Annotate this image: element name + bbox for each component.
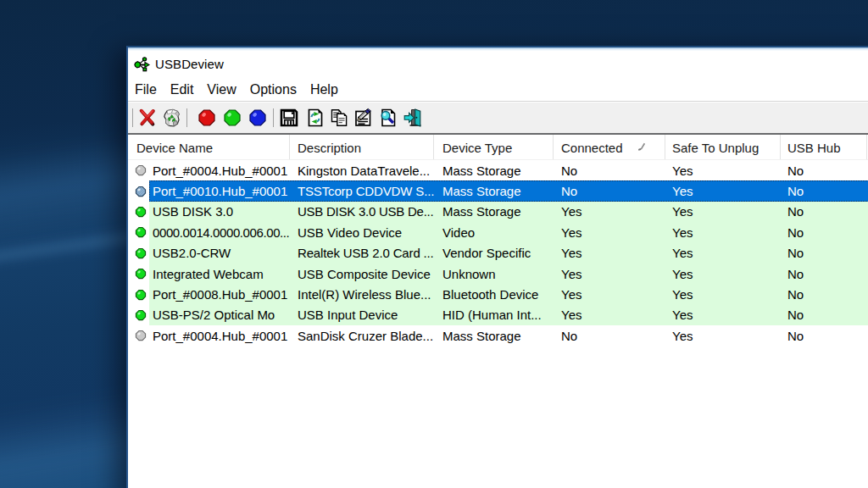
recycle-bin-button[interactable]	[159, 105, 184, 130]
device-row[interactable]: Integrated Webcam USB Composite Device U…	[128, 263, 868, 284]
cell-usb-hub: No	[781, 222, 868, 242]
cell-usb-hub: No	[781, 305, 868, 325]
column-header-safe-to-unplug[interactable]: Safe To Unplug	[665, 135, 781, 160]
cell-safe-to-unplug: Yes	[665, 160, 781, 180]
cell-safe-to-unplug: Yes	[665, 243, 781, 263]
column-header-description[interactable]: Description	[290, 135, 434, 160]
column-header-connected[interactable]: Connected	[554, 135, 665, 160]
device-state-icon	[128, 222, 149, 242]
device-state-icon	[128, 160, 149, 180]
green-state-ball-icon	[135, 289, 147, 301]
red-x-icon	[137, 108, 158, 128]
cell-connected: No	[554, 325, 665, 346]
cell-device-type: Video	[434, 222, 554, 242]
toolbar-separator	[186, 108, 187, 127]
exit-door-icon	[403, 108, 423, 128]
column-label: Connected	[561, 141, 623, 155]
column-label: Device Type	[442, 141, 512, 155]
cell-device-type: Mass Storage	[434, 160, 554, 180]
device-row[interactable]: Port_#0004.Hub_#0001 SanDisk Cruzer Blad…	[128, 325, 868, 346]
cell-description: USB DISK 3.0 USB De...	[290, 202, 434, 222]
usb-trident-icon	[134, 56, 150, 74]
device-row[interactable]: Port_#0004.Hub_#0001 Kingston DataTravel…	[128, 160, 868, 180]
cell-usb-hub: No	[781, 243, 868, 263]
device-state-icon	[128, 202, 149, 222]
copy-button[interactable]	[326, 105, 351, 130]
cell-connected: Yes	[554, 263, 665, 284]
properties-icon	[353, 108, 374, 128]
cell-device-type: Bluetooth Device	[434, 284, 554, 304]
refresh-button[interactable]	[303, 105, 327, 130]
cell-description: Intel(R) Wireless Blue...	[290, 284, 434, 304]
device-row[interactable]: USB-PS/2 Optical Mo USB Input Device HID…	[128, 305, 868, 325]
menu-view[interactable]: View	[200, 79, 242, 101]
device-state-icon	[128, 325, 149, 346]
menu-edit[interactable]: Edit	[164, 79, 201, 101]
device-state-icon	[128, 180, 149, 201]
device-row[interactable]: USB2.0-CRW Realtek USB 2.0 Card ... Vend…	[128, 243, 868, 263]
cell-device-type: Mass Storage	[434, 202, 554, 222]
green-state-ball-icon	[135, 268, 147, 280]
cell-description: USB Composite Device	[290, 263, 434, 284]
column-header-device-name[interactable]: Device Name	[128, 135, 290, 160]
green-state-ball-icon	[135, 247, 147, 259]
column-label: Safe To Unplug	[672, 141, 759, 155]
device-state-icon	[128, 263, 149, 284]
menu-file[interactable]: File	[128, 79, 164, 101]
uninstall-device-button[interactable]	[135, 105, 159, 130]
cell-device-name: USB2.0-CRW	[149, 243, 290, 263]
red-ball-button[interactable]	[194, 105, 220, 130]
device-row[interactable]: Port_#0008.Hub_#0001 Intel(R) Wireless B…	[128, 284, 868, 304]
cell-usb-hub: No	[781, 180, 868, 201]
cell-description: SanDisk Cruzer Blade...	[290, 325, 434, 346]
cell-safe-to-unplug: Yes	[665, 305, 781, 325]
device-state-icon	[128, 305, 149, 325]
cell-device-type: Unknown	[434, 263, 554, 284]
device-row[interactable]: USB DISK 3.0 USB DISK 3.0 USB De... Mass…	[128, 202, 868, 222]
save-button[interactable]	[276, 105, 301, 130]
cell-device-name: USB DISK 3.0	[149, 202, 290, 222]
find-icon	[378, 108, 398, 128]
recycle-bin-icon	[161, 108, 182, 129]
toolbar-gripper	[132, 108, 133, 127]
green-state-ball-icon	[135, 206, 147, 218]
cell-description: Kingston DataTravele...	[290, 160, 434, 180]
cell-connected: No	[554, 180, 665, 201]
column-label: Device Name	[136, 141, 213, 155]
cell-device-name: Integrated Webcam	[149, 263, 290, 284]
properties-button[interactable]	[351, 105, 376, 130]
menu-options[interactable]: Options	[243, 79, 303, 101]
cell-device-type: HID (Human Int...	[434, 305, 554, 325]
cell-usb-hub: No	[781, 325, 868, 346]
column-header-usb-hub[interactable]: USB Hub	[781, 135, 867, 160]
device-state-icon	[128, 284, 149, 304]
menu-help[interactable]: Help	[303, 79, 345, 101]
cell-safe-to-unplug: Yes	[665, 180, 781, 201]
cell-device-name: Port_#0010.Hub_#0001	[149, 180, 290, 201]
cell-safe-to-unplug: Yes	[665, 325, 781, 346]
cell-connected: Yes	[554, 222, 665, 242]
cell-description: USB Input Device	[290, 305, 434, 325]
device-row[interactable]: 0000.0014.0000.006.00... USB Video Devic…	[128, 222, 868, 242]
cell-connected: No	[554, 160, 665, 180]
toolbar-separator	[273, 108, 274, 127]
find-button[interactable]	[376, 105, 400, 130]
column-header-device-type[interactable]: Device Type	[434, 135, 554, 160]
copy-icon	[329, 108, 349, 128]
cell-usb-hub: No	[781, 284, 868, 304]
title-bar[interactable]: USBDeview	[128, 47, 868, 79]
cell-connected: Yes	[554, 305, 665, 325]
green-state-ball-icon	[135, 226, 147, 238]
cell-usb-hub: No	[781, 160, 868, 180]
blue-ball-button[interactable]	[245, 105, 270, 130]
blue-ball-icon	[248, 108, 268, 128]
cell-connected: Yes	[554, 202, 665, 222]
device-row[interactable]: Port_#0010.Hub_#0001 TSSTcorp CDDVDW S..…	[128, 180, 868, 201]
device-list: Device Name Description Device Type Conn…	[128, 133, 868, 488]
column-label: USB Hub	[787, 141, 841, 155]
exit-button[interactable]	[400, 105, 425, 130]
cell-connected: Yes	[554, 243, 665, 263]
toolbar	[128, 103, 868, 133]
menu-bar: File Edit View Options Help	[128, 79, 868, 102]
green-ball-button[interactable]	[220, 105, 245, 130]
